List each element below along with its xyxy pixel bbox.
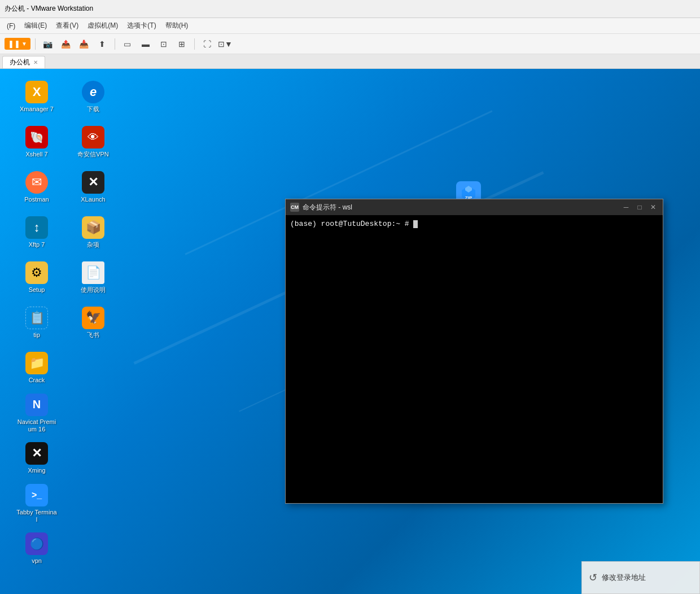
edge-icon: e	[82, 81, 104, 103]
titlebar: 办公机 - VMware Workstation	[0, 0, 700, 18]
terminal-close-button[interactable]: ✕	[648, 202, 658, 212]
xming-icon: ✕	[25, 442, 48, 465]
icon-crack[interactable]: 📁 Crack	[14, 346, 59, 391]
pause-button[interactable]: ❚❚ ▼	[5, 38, 30, 50]
icon-xftp[interactable]: ↕ Xftp 7	[14, 210, 59, 255]
screenshot-button[interactable]: 📷	[40, 36, 56, 52]
misc-icon: 📦	[82, 216, 104, 239]
terminal-cursor	[413, 220, 418, 228]
layout-full[interactable]: ⊡	[156, 36, 172, 52]
postman-icon: ✉	[25, 171, 48, 194]
menu-vm[interactable]: 虚拟机(M)	[83, 20, 123, 32]
icon-xlaunch[interactable]: ✕ XLaunch	[71, 165, 116, 210]
tabby-icon: >_	[25, 484, 48, 506]
icon-setup[interactable]: ⚙ Setup	[14, 255, 59, 300]
terminal-minimize-button[interactable]: ─	[621, 202, 631, 212]
tab-vm-close[interactable]: ✕	[33, 59, 38, 65]
icon-xshell[interactable]: 🐚 Xshell 7	[14, 120, 59, 165]
xlaunch-icon: ✕	[82, 171, 104, 194]
icon-misc[interactable]: 📦 杂项	[71, 210, 116, 255]
crack-icon: 📁	[25, 352, 48, 374]
fullscreen-button[interactable]: ⛶	[199, 36, 215, 52]
tab-vm[interactable]: 办公机 ✕	[2, 56, 45, 68]
layout-split-v[interactable]: ▭	[120, 36, 135, 52]
feishu-icon: 🦅	[82, 307, 104, 329]
edge-label: 下载	[87, 106, 99, 113]
icon-postman[interactable]: ✉ Postman	[14, 165, 59, 210]
doc-icon: 📄	[82, 261, 104, 284]
bottom-panel-icon: ↺	[589, 571, 597, 584]
menubar: (F) 编辑(E) 查看(V) 虚拟机(M) 选项卡(T) 帮助(H)	[0, 18, 700, 34]
menu-edit[interactable]: 编辑(E)	[20, 20, 51, 32]
toolbar-divider-3	[194, 38, 195, 50]
xftp-icon: ↕	[25, 216, 48, 239]
terminal-app-icon: CM	[290, 203, 299, 212]
icon-xming[interactable]: ✕ Xming	[14, 436, 59, 481]
misc-label: 杂项	[87, 241, 99, 248]
pause-icon: ❚❚	[8, 40, 20, 48]
tip-icon: 📋	[25, 307, 48, 329]
desktop: X Xmanager 7 🐚 Xshell 7 ✉ Postman ↕ Xftp…	[0, 69, 700, 594]
xftp-label: Xftp 7	[29, 241, 45, 248]
scale-button[interactable]: ⊡▼	[217, 36, 233, 52]
navicat-icon: N	[25, 394, 48, 416]
vpn-icon: 🔵	[25, 532, 48, 555]
app-title: 办公机 - VMware Workstation	[5, 4, 93, 14]
terminal-title-text: 命令提示符 - wsl	[303, 203, 618, 212]
menu-file[interactable]: (F)	[2, 21, 20, 31]
receive-button[interactable]: 📥	[76, 36, 92, 52]
pause-dropdown-arrow[interactable]: ▼	[21, 41, 27, 47]
icon-doc[interactable]: 📄 使用说明	[71, 255, 116, 300]
toolbar: ❚❚ ▼ 📷 📤 📥 ⬆ ▭ ▬ ⊡ ⊞ ⛶ ⊡▼	[0, 34, 700, 54]
icon-vpn[interactable]: 🔵 vpn	[14, 526, 59, 571]
bottom-panel-text: 修改登录地址	[602, 573, 646, 583]
icon-feishu[interactable]: 🦅 飞书	[71, 300, 116, 346]
feishu-label: 飞书	[87, 331, 99, 339]
menu-view[interactable]: 查看(V)	[51, 20, 83, 32]
icon-edge[interactable]: e 下载	[71, 75, 116, 120]
layout-win[interactable]: ⊞	[174, 36, 190, 52]
menu-help[interactable]: 帮助(H)	[161, 20, 193, 32]
doc-label: 使用说明	[81, 286, 106, 294]
xshell-label: Xshell 7	[25, 151, 47, 158]
send-button[interactable]: 📤	[58, 36, 74, 52]
tabbar: 办公机 ✕	[0, 54, 700, 69]
terminal-prompt: (base) root@TutuDesktop:~ #	[290, 220, 413, 228]
postman-label: Postman	[24, 196, 49, 203]
menu-tab[interactable]: 选项卡(T)	[123, 20, 160, 32]
terminal-maximize-button[interactable]: □	[635, 202, 645, 212]
tab-vm-label: 办公机	[10, 58, 30, 67]
toolbar-divider-1	[35, 38, 36, 50]
upload-button[interactable]: ⬆	[94, 36, 110, 52]
desktop-icons: X Xmanager 7 🐚 Xshell 7 ✉ Postman ↕ Xftp…	[0, 69, 147, 594]
toolbar-divider-2	[115, 38, 115, 50]
layout-split-h[interactable]: ▬	[138, 36, 154, 52]
icon-xmanager[interactable]: X Xmanager 7	[14, 75, 59, 120]
xmanager-label: Xmanager 7	[20, 106, 54, 113]
xshell-icon: 🐚	[25, 126, 48, 148]
xming-label: Xming	[28, 467, 45, 474]
xmanager-icon: X	[25, 81, 48, 103]
tabby-label: Tabby Terminal	[16, 509, 57, 523]
bottom-panel[interactable]: ↺ 修改登录地址	[581, 561, 700, 594]
icon-qianxin[interactable]: 👁 奇安信VPN	[71, 120, 116, 165]
setup-icon: ⚙	[25, 261, 48, 284]
setup-label: Setup	[29, 286, 45, 294]
terminal-window: CM 命令提示符 - wsl ─ □ ✕ (base) root@TutuDes…	[285, 199, 663, 504]
navicat-label: Navicat Premium 16	[16, 418, 57, 433]
qianxin-icon: 👁	[82, 126, 104, 148]
icon-navicat[interactable]: N Navicat Premium 16	[14, 391, 59, 436]
terminal-icon-label: CM	[291, 204, 299, 210]
vpn-label: vpn	[32, 557, 42, 565]
crack-label: Crack	[29, 377, 45, 384]
qianxin-label: 奇安信VPN	[77, 151, 109, 158]
tip-label: tip	[33, 331, 40, 339]
icon-tabby[interactable]: >_ Tabby Terminal	[14, 481, 59, 526]
xlaunch-label: XLaunch	[81, 196, 105, 203]
icon-tip[interactable]: 📋 tip	[14, 300, 59, 346]
terminal-body[interactable]: (base) root@TutuDesktop:~ #	[286, 215, 663, 503]
terminal-titlebar: CM 命令提示符 - wsl ─ □ ✕	[286, 199, 663, 215]
